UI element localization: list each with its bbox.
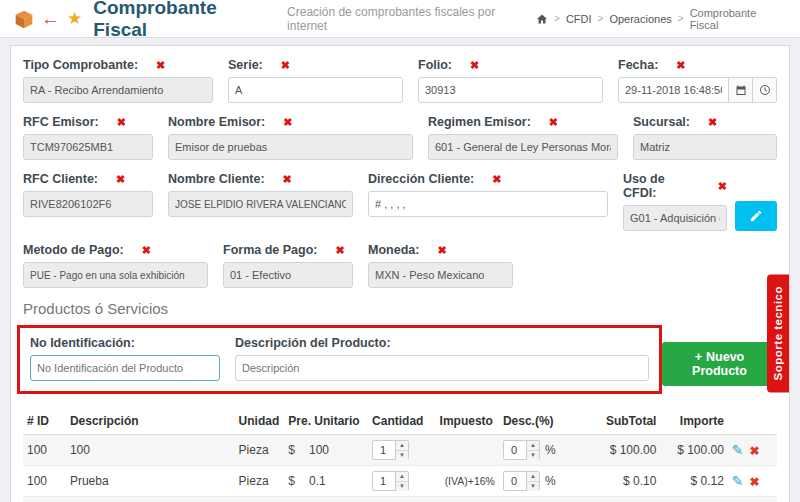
app-logo-box-icon: [14, 9, 34, 29]
delete-row-icon[interactable]: ✖: [750, 444, 760, 458]
support-tab[interactable]: Soporte tecnico: [767, 274, 789, 392]
cell-subtotal: $ 100.00: [585, 435, 661, 466]
back-arrow-icon[interactable]: ←: [41, 9, 60, 28]
col-pre-unitario: Pre. Unitario: [284, 408, 368, 435]
annotation-highlight-box: No Identificación: Descripción del Produ…: [17, 325, 662, 394]
no-identificacion-label: No Identificación:: [30, 336, 135, 350]
nombre-cliente-input[interactable]: [168, 191, 353, 217]
field-metodo-pago: Metodo de Pago:✖: [23, 243, 208, 288]
total-value: $ 100.10: [660, 497, 727, 502]
rfc-emisor-input[interactable]: [23, 134, 153, 160]
col-id: # ID: [23, 408, 66, 435]
field-tipo-comprobante: Tipo Comprobante:✖: [23, 58, 213, 103]
breadcrumb-cfdi[interactable]: CFDI: [566, 13, 592, 25]
cell-id: 100: [23, 435, 66, 466]
breadcrumb-separator: >: [598, 13, 604, 24]
required-x-icon: ✖: [283, 116, 292, 129]
clock-button[interactable]: [753, 77, 777, 103]
products-table: # ID Descripción Unidad Pre. Unitario Ca…: [23, 408, 777, 502]
col-subtotal: SubTotal: [585, 408, 661, 435]
field-sucursal: Sucursal:✖: [633, 115, 777, 160]
rfc-cliente-input[interactable]: [23, 191, 153, 217]
cell-actions: ✎✖: [728, 435, 777, 466]
serie-input[interactable]: [228, 77, 403, 103]
required-x-icon: ✖: [281, 59, 290, 72]
nombre-cliente-label: Nombre Cliente:: [168, 172, 265, 186]
edit-cfdi-button[interactable]: [735, 201, 777, 231]
cell-precio: $100: [284, 435, 368, 466]
cell-unidad: Pieza: [235, 435, 285, 466]
required-x-icon: ✖: [437, 244, 446, 257]
tipo-comprobante-input[interactable]: [23, 77, 213, 103]
no-identificacion-input[interactable]: [30, 355, 220, 381]
fecha-input[interactable]: [618, 77, 729, 103]
tipo-comprobante-label: Tipo Comprobante:: [23, 58, 138, 72]
direccion-cliente-input[interactable]: [368, 191, 608, 217]
moneda-label: Moneda:: [368, 243, 419, 257]
sucursal-input[interactable]: [633, 134, 777, 160]
metodo-pago-input[interactable]: [23, 262, 208, 288]
stepper-down-icon[interactable]: ▼: [396, 451, 408, 460]
breadcrumb-operaciones[interactable]: Operaciones: [609, 13, 671, 25]
cantidad-stepper[interactable]: 1▲▼: [372, 440, 409, 460]
stepper-down-icon[interactable]: ▼: [527, 482, 539, 491]
products-section-title: Productos ó Servicios: [23, 300, 777, 317]
field-direccion-cliente: Dirección Cliente:✖: [368, 172, 608, 231]
edit-row-icon[interactable]: ✎: [732, 442, 744, 458]
new-product-button[interactable]: +Nuevo Producto: [662, 342, 777, 386]
stepper-up-icon[interactable]: ▲: [527, 441, 539, 451]
cell-impuesto: [436, 435, 499, 466]
cell-descripcion: Prueba: [66, 466, 235, 497]
stepper-down-icon[interactable]: ▼: [527, 451, 539, 460]
cell-unidad: Pieza: [235, 466, 285, 497]
favorite-star-icon[interactable]: ★: [67, 10, 82, 27]
col-importe: Importe: [660, 408, 727, 435]
descripcion-producto-input[interactable]: [235, 355, 649, 381]
stepper-up-icon[interactable]: ▲: [396, 472, 408, 482]
uso-cfdi-input[interactable]: [623, 205, 727, 231]
field-serie: Serie:✖: [228, 58, 403, 103]
regimen-emisor-input[interactable]: [428, 134, 618, 160]
cell-cantidad: 1▲▼: [368, 435, 435, 466]
field-nombre-emisor: Nombre Emisor:✖: [168, 115, 413, 160]
stepper-up-icon[interactable]: ▲: [527, 472, 539, 482]
direccion-cliente-label: Dirección Cliente:: [368, 172, 474, 186]
descripcion-producto-label: Descripción del Producto:: [235, 336, 391, 350]
table-row: 100 Prueba Pieza $0.1 1▲▼ (IVA)+16% 0▲▼%…: [23, 466, 777, 497]
delete-row-icon[interactable]: ✖: [750, 475, 760, 489]
required-x-icon: ✖: [492, 173, 501, 186]
page-title: Comprobante Fiscal: [93, 0, 274, 41]
required-x-icon: ✖: [335, 244, 344, 257]
field-fecha: Fecha:✖: [618, 58, 777, 103]
stepper-down-icon[interactable]: ▼: [396, 482, 408, 491]
desc-stepper[interactable]: 0▲▼: [503, 471, 540, 491]
folio-input[interactable]: [418, 77, 603, 103]
required-x-icon: ✖: [718, 180, 727, 193]
nombre-emisor-label: Nombre Emisor:: [168, 115, 265, 129]
required-x-icon: ✖: [142, 244, 151, 257]
field-descripcion-producto: Descripción del Producto:: [235, 336, 649, 381]
desc-stepper[interactable]: 0▲▼: [503, 440, 540, 460]
cell-desc-pct: 0▲▼%: [499, 435, 585, 466]
required-x-icon: ✖: [676, 59, 685, 72]
nombre-emisor-input[interactable]: [168, 134, 413, 160]
plus-icon: +: [695, 350, 702, 364]
field-forma-pago: Forma de Pago:✖: [223, 243, 353, 288]
edit-row-icon[interactable]: ✎: [732, 473, 744, 489]
breadcrumb-comprobante-fiscal: Comprobante Fiscal: [690, 7, 786, 31]
table-row: 100 100 Pieza $100 1▲▼ 0▲▼% $ 100.00 $ 1…: [23, 435, 777, 466]
col-desc-pct: Desc.(%): [499, 408, 585, 435]
cell-importe: $ 100.00: [660, 435, 727, 466]
fecha-label: Fecha:: [618, 58, 658, 72]
calendar-button[interactable]: [729, 77, 753, 103]
moneda-input[interactable]: [368, 262, 513, 288]
stepper-up-icon[interactable]: ▲: [396, 441, 408, 451]
col-impuesto: Impuesto: [436, 408, 499, 435]
cell-importe: $ 0.12: [660, 466, 727, 497]
pencil-icon: [749, 209, 763, 223]
forma-pago-input[interactable]: [223, 262, 353, 288]
field-no-identificacion: No Identificación:: [30, 336, 220, 381]
home-icon[interactable]: [536, 13, 548, 25]
field-rfc-cliente: RFC Cliente:✖: [23, 172, 153, 231]
cantidad-stepper[interactable]: 1▲▼: [372, 471, 409, 491]
